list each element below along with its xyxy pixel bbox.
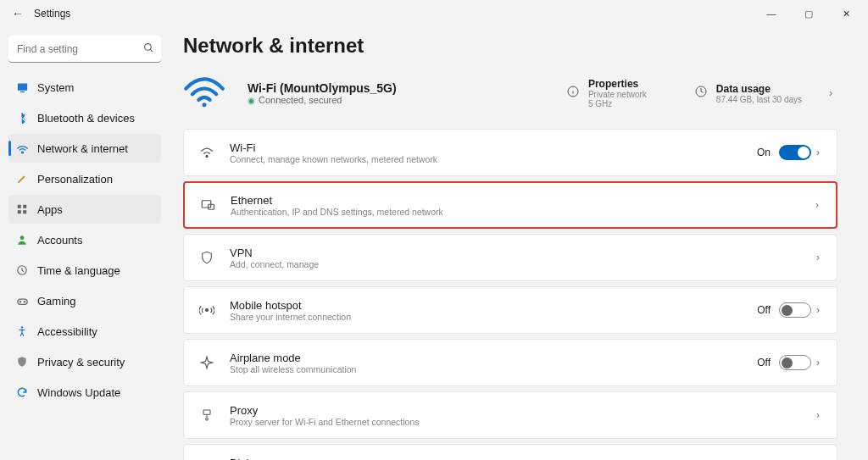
hotspot-toggle-label: Off [757,304,771,316]
dialup-card[interactable]: Dial-up Set up a dial-up internet connec… [183,444,837,460]
sidebar: System Bluetooth & devices Network & int… [0,27,170,460]
svg-rect-21 [203,410,210,414]
minimize-button[interactable]: — [753,0,790,27]
personalization-icon [15,172,29,186]
card-subtitle: Connect, manage known networks, metered … [230,154,437,164]
gaming-icon [15,294,29,308]
card-title: Wi-Fi [230,141,437,154]
accessibility-icon [15,324,29,338]
ethernet-icon [197,197,219,213]
back-button[interactable]: ← [12,7,24,20]
accounts-icon [15,233,29,247]
card-subtitle: Stop all wireless communication [230,364,356,374]
sidebar-item-bluetooth[interactable]: Bluetooth & devices [8,103,161,132]
chevron-right-icon: › [811,357,825,369]
card-title: Ethernet [231,194,443,207]
sidebar-item-privacy[interactable]: Privacy & security [8,347,161,376]
mobile-hotspot-card[interactable]: Mobile hotspot Share your internet conne… [183,286,837,334]
sidebar-item-gaming[interactable]: Gaming [8,286,161,315]
time-icon [15,263,29,277]
sidebar-item-label: Gaming [37,295,76,308]
chevron-right-icon[interactable]: › [824,87,837,99]
chevron-right-icon: › [811,147,825,158]
ethernet-card[interactable]: Ethernet Authentication, IP and DNS sett… [183,181,837,229]
sidebar-item-accessibility[interactable]: Accessibility [8,317,161,346]
window-title: Settings [34,8,70,19]
close-button[interactable]: ✕ [827,0,865,27]
proxy-icon [196,407,218,423]
properties-network-type: Private network [588,90,647,99]
maximize-button[interactable]: ▢ [790,0,827,27]
vpn-icon [196,250,218,265]
airplane-mode-card[interactable]: Airplane mode Stop all wireless communic… [183,339,837,386]
wifi-status-text: Wi-Fi (MountOlympus_5G) ◉ Connected, sec… [248,81,397,105]
wifi-connection-status: Connected, secured [259,95,342,105]
chevron-right-icon: › [810,199,824,211]
sidebar-item-network[interactable]: Network & internet [8,134,161,163]
search-box[interactable] [8,36,161,63]
sidebar-item-label: System [37,81,74,94]
vpn-card[interactable]: VPN Add, connect, manage › [183,234,837,281]
sidebar-item-time[interactable]: Time & language [8,256,161,285]
sidebar-item-label: Personalization [37,173,113,186]
bluetooth-icon [15,111,29,125]
svg-point-13 [21,326,23,328]
svg-rect-11 [17,299,26,304]
svg-rect-6 [23,205,26,208]
wifi-large-icon [183,75,225,112]
main-content: Network & internet Wi-Fi (MountOlympus_5… [170,27,868,460]
card-title: Dial-up [230,457,370,461]
svg-rect-7 [18,210,21,213]
sidebar-item-system[interactable]: System [8,73,161,102]
data-usage-value: 87.44 GB, last 30 days [716,95,802,104]
card-title: Proxy [230,404,420,417]
apps-icon [15,202,29,216]
airplane-toggle-label: Off [757,357,771,369]
sidebar-item-label: Time & language [37,264,120,277]
svg-point-22 [206,418,209,420]
proxy-card[interactable]: Proxy Proxy server for Wi-Fi and Etherne… [183,391,837,439]
wifi-toggle[interactable] [779,145,811,160]
sidebar-item-apps[interactable]: Apps [8,195,161,224]
svg-line-1 [150,49,153,52]
card-subtitle: Authentication, IP and DNS settings, met… [231,207,443,217]
properties-block[interactable]: Properties Private network 5 GHz [566,78,647,108]
search-input[interactable] [8,36,161,63]
wifi-toggle-label: On [757,147,771,158]
svg-point-20 [206,309,209,312]
card-subtitle: Share your internet connection [230,312,351,322]
sidebar-item-label: Apps [37,203,63,216]
sidebar-item-label: Bluetooth & devices [37,112,135,125]
privacy-icon [15,355,29,369]
hotspot-icon [196,302,218,318]
system-icon [15,80,29,94]
network-icon [15,141,29,155]
svg-point-0 [145,44,152,51]
sidebar-item-label: Accounts [37,234,82,247]
sidebar-item-personalization[interactable]: Personalization [8,164,161,193]
airplane-toggle[interactable] [779,355,811,370]
sidebar-item-label: Windows Update [37,386,120,399]
card-subtitle: Add, connect, manage [230,259,319,269]
wifi-name: Wi-Fi (MountOlympus_5G) [248,81,397,95]
wifi-icon [196,145,218,160]
svg-rect-8 [23,210,26,213]
card-title: Mobile hotspot [230,299,351,312]
wifi-card[interactable]: Wi-Fi Connect, manage known networks, me… [183,129,837,176]
card-title: VPN [230,247,319,259]
network-status-row: Wi-Fi (MountOlympus_5G) ◉ Connected, sec… [183,75,837,112]
airplane-icon [196,355,218,370]
info-icon [566,85,580,102]
sidebar-item-accounts[interactable]: Accounts [8,225,161,254]
svg-point-17 [206,156,208,158]
data-usage-block[interactable]: Data usage 87.44 GB, last 30 days [694,83,802,104]
svg-point-9 [20,236,25,240]
svg-point-12 [24,301,25,302]
hotspot-toggle[interactable] [779,302,811,318]
sidebar-item-update[interactable]: Windows Update [8,378,161,407]
properties-band: 5 GHz [588,99,647,108]
chevron-right-icon: › [811,304,825,316]
titlebar: ← Settings — ▢ ✕ [0,0,868,27]
svg-point-4 [21,151,23,152]
svg-rect-3 [20,91,25,91]
